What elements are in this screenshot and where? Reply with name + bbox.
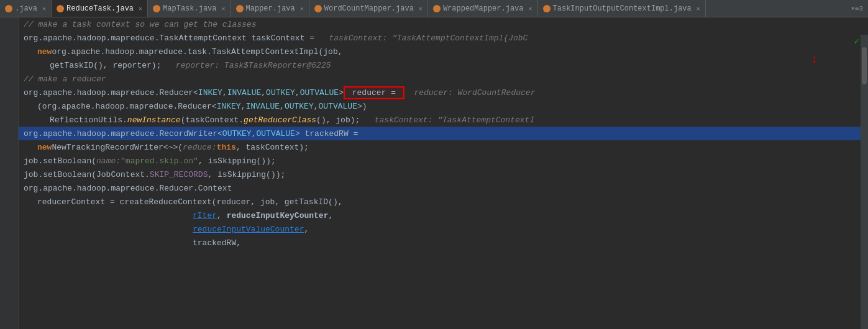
code-area[interactable]: // make a task context so we can get the… bbox=[19, 17, 868, 329]
line11-rest: , isSkipping()); bbox=[198, 156, 276, 166]
code-line-11: job.setBoolean( name: "mapred.skip.on" ,… bbox=[19, 154, 868, 168]
tab-taskinput-label: TaskInputOutputContextImpl.java bbox=[553, 4, 692, 13]
line8-method1: newInstance bbox=[127, 115, 181, 125]
tab-wrappedmapper-icon bbox=[433, 5, 441, 12]
tab-java1[interactable]: .java ✕ bbox=[0, 0, 52, 17]
line8-rest: (), job); bbox=[316, 115, 375, 125]
line8-mid: (taskContext. bbox=[181, 115, 244, 125]
line16-rest: , bbox=[304, 225, 309, 234]
tab-wrappedmapper-close[interactable]: ✕ bbox=[529, 5, 532, 12]
line12-pre: job.setBoolean(JobContext. bbox=[24, 170, 150, 179]
code-line-17: trackedRW, bbox=[19, 236, 868, 250]
line6-pre: org.apache.hadoop.mapreduce.Reducer<INKE… bbox=[24, 88, 344, 97]
line3-new: new bbox=[37, 47, 52, 56]
tab-mapper-icon bbox=[236, 5, 244, 12]
code-line-6: org.apache.hadoop.mapreduce.Reducer<INKE… bbox=[19, 86, 868, 99]
tab-reduce-label: ReduceTask.java bbox=[66, 4, 134, 13]
tab-java1-close[interactable]: ✕ bbox=[42, 5, 46, 12]
line17-text: trackedRW, bbox=[193, 238, 241, 248]
tab-reduce[interactable]: ReduceTask.java ✕ bbox=[52, 0, 148, 17]
line11-str: "mapred.skip.on" bbox=[121, 156, 198, 166]
scrollbar-thumb bbox=[862, 47, 867, 84]
code-line-8: 💡 ReflectionUtils.newInstance(taskContex… bbox=[19, 113, 868, 127]
tab-wordcount-close[interactable]: ✕ bbox=[419, 5, 423, 12]
code-line-10: new NewTrackingRecordWriter<~>( reduce: … bbox=[19, 140, 868, 154]
line8-pre: ReflectionUtils. bbox=[50, 115, 127, 125]
tab-wordcount-icon bbox=[314, 5, 322, 12]
tab-maptask-icon bbox=[153, 5, 160, 12]
line12-rest: , isSkipping()); bbox=[208, 170, 285, 179]
tab-java1-label: .java bbox=[15, 4, 37, 13]
line9-text: org.apache.hadoop.mapreduce.RecordWriter… bbox=[24, 129, 358, 138]
tab-mapper[interactable]: Mapper.java ✕ bbox=[231, 0, 309, 17]
line7-text: (org.apache.hadoop.mapreduce.Reducer<INK… bbox=[37, 102, 367, 111]
line5-comment: // make a reducer bbox=[24, 74, 106, 84]
line16-counter: reduceInputValueCounter bbox=[193, 225, 304, 234]
line10-end: , taskContext); bbox=[236, 143, 309, 152]
line15-rest: , reduceInputKeyCounter, bbox=[217, 211, 333, 220]
tab-taskinput[interactable]: TaskInputOutputContextImpl.java ✕ bbox=[538, 0, 706, 17]
tab-maptask-close[interactable]: ✕ bbox=[222, 5, 226, 12]
line15-riter: rIter bbox=[193, 211, 217, 220]
line8-hint: taskContext: "TaskAttemptContextI bbox=[375, 115, 534, 125]
line1-comment: // make a task context so we can get the… bbox=[24, 20, 256, 29]
line10-new: new bbox=[37, 143, 52, 152]
line4-hint: reporter: Task$TaskReporter@6225 bbox=[176, 61, 331, 70]
code-line-9: org.apache.hadoop.mapreduce.RecordWriter… bbox=[19, 127, 868, 140]
line2-text: org.apache.hadoop.mapreduce.TaskAttemptC… bbox=[24, 34, 314, 43]
line14-text: reducerContext = createReduceContext(red… bbox=[37, 197, 342, 207]
code-line-12: job.setBoolean(JobContext. SKIP_RECORDS … bbox=[19, 168, 868, 181]
line3-rest: org.apache.hadoop.mapreduce.task.TaskAtt… bbox=[52, 47, 342, 56]
scrollbar-right[interactable] bbox=[861, 35, 868, 329]
tab-mapper-label: Mapper.java bbox=[246, 4, 295, 13]
tab-maptask[interactable]: MapTask.java ✕ bbox=[148, 0, 231, 17]
tab-mapper-close[interactable]: ✕ bbox=[300, 5, 304, 12]
tab-reduce-close[interactable]: ✕ bbox=[139, 5, 142, 12]
line6-hint: reducer: WordCountReducer bbox=[404, 88, 536, 97]
code-line-4: getTaskID(), reporter); reporter: Task$T… bbox=[19, 58, 868, 72]
tab-wrappedmapper[interactable]: WrappedMapper.java ✕ bbox=[428, 0, 538, 17]
line6-box: reducer = bbox=[344, 86, 404, 99]
code-line-15: rIter , reduceInputKeyCounter, bbox=[19, 209, 868, 222]
tab-maptask-label: MapTask.java bbox=[163, 4, 216, 13]
tab-overflow[interactable]: ▾≡3 bbox=[846, 0, 868, 17]
editor: ✓ // make a task context so we can get t… bbox=[0, 17, 868, 329]
line10-rest: NewTrackingRecordWriter<~>( bbox=[52, 143, 183, 152]
line11-name-hint: name: bbox=[96, 156, 121, 166]
code-line-1: // make a task context so we can get the… bbox=[19, 17, 868, 31]
line11-pre: job.setBoolean( bbox=[24, 156, 96, 166]
tab-wordcount-label: WordCountMapper.java bbox=[324, 4, 414, 13]
line13-text: org.apache.hadoop.mapreduce.Reducer.Cont… bbox=[24, 184, 232, 193]
line8-method2: getReducerClass bbox=[244, 115, 316, 125]
tab-bar: .java ✕ ReduceTask.java ✕ MapTask.java ✕… bbox=[0, 0, 868, 17]
tab-wrappedmapper-label: WrappedMapper.java bbox=[443, 4, 524, 13]
tab-taskinput-icon bbox=[543, 5, 550, 12]
code-line-14: reducerContext = createReduceContext(red… bbox=[19, 195, 868, 209]
tab-taskinput-close[interactable]: ✕ bbox=[697, 5, 700, 12]
code-line-2: org.apache.hadoop.mapreduce.TaskAttemptC… bbox=[19, 31, 868, 45]
code-line-3: new org.apache.hadoop.mapreduce.task.Tas… bbox=[19, 45, 868, 58]
tab-reduce-icon bbox=[57, 5, 64, 12]
arrow-icon: ↓ bbox=[810, 52, 818, 67]
line4-text: getTaskID(), reporter); bbox=[50, 61, 176, 70]
line10-this: this bbox=[217, 143, 236, 152]
line2-hint: taskContext: "TaskAttemptContextImpl{Job… bbox=[314, 34, 528, 43]
line10-hint: reduce: bbox=[183, 143, 217, 152]
line-gutter bbox=[0, 17, 19, 329]
code-line-5: // make a reducer bbox=[19, 72, 868, 86]
code-line-7: (org.apache.hadoop.mapreduce.Reducer<INK… bbox=[19, 99, 868, 113]
code-line-13: org.apache.hadoop.mapreduce.Reducer.Cont… bbox=[19, 181, 868, 195]
tab-wordcount[interactable]: WordCountMapper.java ✕ bbox=[309, 0, 428, 17]
tab-java1-icon bbox=[5, 5, 12, 12]
line12-const: SKIP_RECORDS bbox=[150, 170, 208, 179]
code-line-16: reduceInputValueCounter , bbox=[19, 222, 868, 236]
